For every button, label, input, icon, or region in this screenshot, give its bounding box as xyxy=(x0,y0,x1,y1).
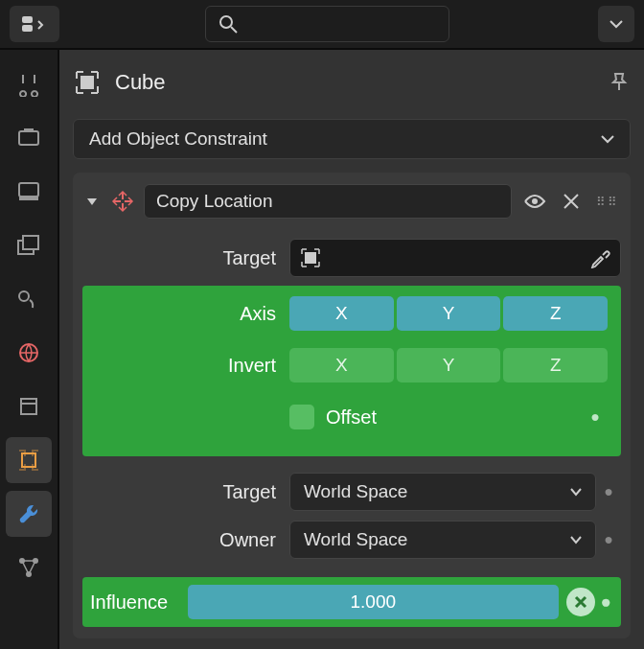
tab-scene[interactable] xyxy=(6,276,52,322)
influence-row: Influence 1.000 ● xyxy=(82,577,621,627)
svg-rect-9 xyxy=(23,236,38,249)
delete-constraint-button[interactable] xyxy=(558,193,585,210)
target-space-select[interactable]: World Space xyxy=(289,473,596,511)
anim-dot[interactable]: ● xyxy=(596,531,621,548)
invert-x-toggle[interactable]: X xyxy=(289,348,394,382)
close-icon xyxy=(563,193,580,210)
offset-label: Offset xyxy=(326,406,377,429)
axis-x-toggle[interactable]: X xyxy=(289,296,394,331)
svg-rect-4 xyxy=(19,131,38,145)
tab-physics[interactable] xyxy=(6,437,52,483)
target-row: Target xyxy=(82,238,621,278)
owner-space-row: Owner World Space ● xyxy=(82,520,621,560)
anim-dot[interactable]: ● xyxy=(583,408,608,426)
invert-z-toggle[interactable]: Z xyxy=(503,348,608,382)
object-data-icon xyxy=(300,247,321,268)
axis-group: Axis X Y Z Invert X Y xyxy=(82,286,621,456)
chevron-down-icon xyxy=(570,536,582,545)
object-header: Cube xyxy=(73,59,631,105)
properties-tab-rail xyxy=(0,50,59,649)
copy-location-icon xyxy=(111,190,134,213)
drag-handle[interactable]: ⠿⠿ xyxy=(594,195,621,209)
search-input[interactable] xyxy=(205,6,449,42)
anim-dot[interactable]: ● xyxy=(601,591,611,613)
axis-y-toggle[interactable]: Y xyxy=(397,296,501,331)
svg-rect-6 xyxy=(19,183,38,197)
object-icon xyxy=(73,68,102,97)
svg-rect-7 xyxy=(19,197,38,200)
svg-rect-0 xyxy=(22,16,33,23)
tab-world[interactable] xyxy=(6,330,52,376)
tab-render[interactable] xyxy=(6,115,52,161)
object-name: Cube xyxy=(115,70,166,95)
tab-tool[interactable] xyxy=(6,61,52,107)
eye-icon xyxy=(523,190,546,213)
svg-point-19 xyxy=(532,198,538,204)
owner-space-select[interactable]: World Space xyxy=(289,521,596,559)
influence-slider[interactable]: 1.000 xyxy=(188,585,559,619)
x-circle-icon xyxy=(573,594,588,610)
target-space-row: Target World Space ● xyxy=(82,472,621,512)
eyedropper-icon xyxy=(589,247,610,268)
influence-label: Influence xyxy=(82,591,188,614)
constraint-name-input[interactable]: Copy Location xyxy=(144,184,512,219)
eyedropper-button[interactable] xyxy=(589,247,610,268)
chevron-down-icon xyxy=(601,134,614,144)
svg-rect-18 xyxy=(80,76,94,89)
mute-toggle[interactable] xyxy=(521,190,548,213)
target-object-field[interactable] xyxy=(289,239,621,277)
offset-checkbox[interactable] xyxy=(289,405,314,429)
disable-influence-button[interactable] xyxy=(566,588,595,616)
tab-output[interactable] xyxy=(6,169,52,215)
collapse-toggle[interactable] xyxy=(82,195,102,208)
options-menu-button[interactable] xyxy=(598,6,634,42)
anim-dot[interactable]: ● xyxy=(596,483,621,500)
tab-constraints[interactable] xyxy=(6,491,52,537)
constraint-panel: Copy Location ⠿⠿ Target xyxy=(73,173,631,638)
svg-rect-20 xyxy=(305,252,316,264)
chevron-down-icon xyxy=(570,488,582,497)
tab-view-layer[interactable] xyxy=(6,222,52,268)
tab-data[interactable] xyxy=(6,545,52,591)
top-bar xyxy=(0,0,644,50)
properties-content: Cube Add Object Constraint Copy Location xyxy=(59,50,644,649)
svg-point-2 xyxy=(220,16,232,28)
owner-space-label: Owner xyxy=(82,529,289,551)
tab-object[interactable] xyxy=(6,383,52,429)
svg-rect-5 xyxy=(24,128,34,131)
target-label: Target xyxy=(82,247,289,269)
constraint-header: Copy Location ⠿⠿ xyxy=(82,182,621,220)
triangle-down-icon xyxy=(85,195,99,208)
chevron-down-icon xyxy=(610,19,623,29)
invert-label: Invert xyxy=(82,355,289,377)
svg-line-3 xyxy=(231,27,237,33)
invert-y-toggle[interactable]: Y xyxy=(397,348,501,382)
axis-z-toggle[interactable]: Z xyxy=(503,296,608,331)
svg-rect-12 xyxy=(21,399,36,414)
pin-icon xyxy=(608,71,631,94)
target-space-label: Target xyxy=(82,481,289,503)
add-constraint-dropdown[interactable]: Add Object Constraint xyxy=(73,119,631,159)
svg-point-10 xyxy=(19,291,29,301)
axis-label: Axis xyxy=(82,303,289,325)
editor-type-button[interactable] xyxy=(10,6,59,42)
add-constraint-label: Add Object Constraint xyxy=(89,128,267,150)
search-icon xyxy=(218,13,239,35)
pin-button[interactable] xyxy=(608,71,631,94)
svg-rect-1 xyxy=(22,25,33,32)
